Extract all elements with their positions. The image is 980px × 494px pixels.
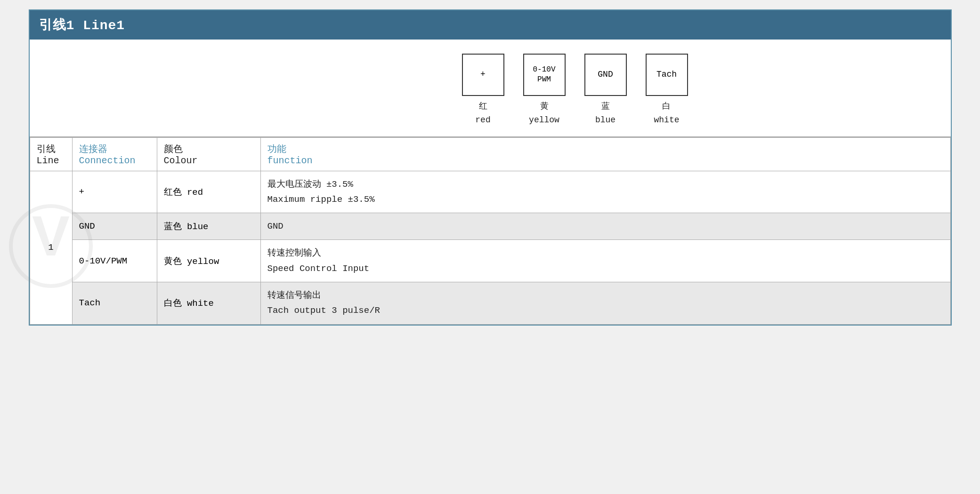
color-red: 红色 red: [157, 171, 260, 213]
table-row-plus: 1 V + 红色 red 最大电压波动: [30, 171, 950, 213]
connector-box-gnd: GND: [584, 54, 627, 96]
connector-box-plus: +: [462, 54, 504, 96]
line-number-1: 1 V: [30, 171, 72, 324]
connector-gnd: GND 蓝blue: [584, 54, 627, 127]
table-section: 引线 Line 连接器 Connection 颜色 Colour 功能 func…: [30, 137, 951, 325]
header-function: 功能 function: [260, 137, 950, 171]
connector-pwm: 0-10VPWM 黄yellow: [523, 54, 566, 127]
func-ripple: 最大电压波动 ±3.5% Maximum ripple ±3.5%: [260, 171, 950, 213]
connector-label-gnd: 蓝blue: [595, 100, 616, 127]
table-row-gnd: GND 蓝色 blue GND: [30, 213, 950, 240]
diagram-section: + 红red 0-10VPWM 黄yellow GND 蓝blue Tach: [30, 40, 951, 137]
connector-tach: Tach 白white: [646, 54, 688, 127]
func-gnd: GND: [260, 213, 950, 240]
table-row-tach: Tach 白色 white 转速信号输出 Tach output 3 pulse…: [30, 282, 950, 325]
connector-label-tach: 白white: [654, 100, 679, 127]
header-line: 引线 Line: [30, 137, 72, 171]
color-white: 白色 white: [157, 282, 260, 325]
header-connection: 连接器 Connection: [72, 137, 157, 171]
func-tach: 转速信号输出 Tach output 3 pulse/R: [260, 282, 950, 325]
table-row-pwm: 0-10V/PWM 黄色 yellow 转速控制输入 Speed Control…: [30, 240, 950, 282]
connector-box-pwm: 0-10VPWM: [523, 54, 566, 96]
connector-label-pwm: 黄yellow: [529, 100, 559, 127]
color-blue: 蓝色 blue: [157, 213, 260, 240]
connector-box-tach: Tach: [646, 54, 688, 96]
svg-text:V: V: [32, 204, 70, 267]
title-bar: 引线1 Line1: [30, 10, 951, 40]
page-title: 引线1 Line1: [39, 18, 125, 33]
func-speed: 转速控制输入 Speed Control Input: [260, 240, 950, 282]
conn-tach: Tach: [72, 282, 157, 325]
connector-label-plus: 红red: [475, 100, 490, 127]
header-colour: 颜色 Colour: [157, 137, 260, 171]
main-table: 引线 Line 连接器 Connection 颜色 Colour 功能 func…: [30, 137, 951, 325]
connector-diagram: + 红red 0-10VPWM 黄yellow GND 蓝blue Tach: [39, 54, 941, 127]
main-container: 引线1 Line1 + 红red 0-10VPWM 黄yellow GND 蓝b…: [29, 9, 952, 326]
connector-plus: + 红red: [462, 54, 504, 127]
color-yellow: 黄色 yellow: [157, 240, 260, 282]
table-header-row: 引线 Line 连接器 Connection 颜色 Colour 功能 func…: [30, 137, 950, 171]
conn-pwm: 0-10V/PWM: [72, 240, 157, 282]
conn-gnd: GND: [72, 213, 157, 240]
conn-plus: +: [72, 171, 157, 213]
